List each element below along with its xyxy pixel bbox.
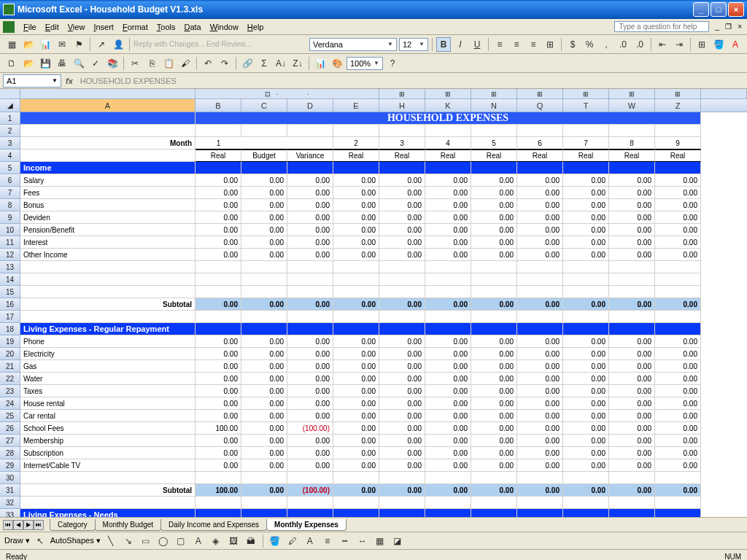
- row-header[interactable]: 22: [0, 373, 20, 385]
- cell[interactable]: [517, 286, 563, 298]
- cell[interactable]: Deviden: [20, 211, 196, 224]
- cell[interactable]: [425, 273, 471, 286]
- font-color-icon[interactable]: A: [728, 37, 743, 52]
- doc-close[interactable]: ×: [735, 23, 744, 31]
- cell[interactable]: Taxes: [20, 385, 196, 397]
- outline-collapse[interactable]: ⊞: [563, 89, 609, 98]
- cell[interactable]: 0.00: [287, 335, 333, 348]
- cell[interactable]: 2: [333, 137, 379, 149]
- cell[interactable]: 0.00: [517, 174, 563, 187]
- row-header[interactable]: 13: [0, 261, 20, 273]
- cell[interactable]: [379, 125, 425, 137]
- increase-indent-icon[interactable]: ⇥: [672, 37, 686, 52]
- cell[interactable]: 0.00: [241, 187, 287, 199]
- cell[interactable]: 6: [517, 137, 563, 149]
- row-header[interactable]: 9: [0, 211, 20, 224]
- cell[interactable]: 0.00: [517, 236, 563, 249]
- cell[interactable]: Fees: [20, 187, 196, 199]
- col-header-C[interactable]: C: [241, 99, 287, 112]
- cell[interactable]: 0.00: [425, 298, 471, 311]
- cell[interactable]: 0.00: [241, 360, 287, 373]
- cell[interactable]: [517, 273, 563, 286]
- cell[interactable]: [241, 286, 287, 298]
- cell[interactable]: 0.00: [379, 410, 425, 422]
- cell[interactable]: [333, 125, 379, 137]
- menu-insert[interactable]: Insert: [89, 21, 118, 33]
- select-objects-icon[interactable]: ↖: [33, 534, 47, 548]
- cell[interactable]: 0.00: [241, 298, 287, 311]
- cell[interactable]: 0.00: [333, 199, 379, 211]
- chart-icon[interactable]: 📊: [38, 37, 53, 52]
- col-header-E[interactable]: E: [333, 99, 379, 112]
- clipart-icon[interactable]: 🖼: [226, 534, 241, 548]
- cell[interactable]: Subscription: [20, 447, 196, 459]
- help-icon[interactable]: ?: [385, 56, 400, 71]
- cell[interactable]: 1: [196, 137, 241, 149]
- cell[interactable]: 0.00: [287, 397, 333, 410]
- cell[interactable]: [471, 286, 517, 298]
- dash-style-icon[interactable]: ┅: [338, 534, 352, 548]
- cell[interactable]: [333, 273, 379, 286]
- cell[interactable]: Real: [517, 149, 563, 162]
- cell[interactable]: 0.00: [655, 249, 701, 261]
- cell[interactable]: 0.00: [563, 447, 609, 459]
- row-header[interactable]: 19: [0, 335, 20, 348]
- row-header[interactable]: 11: [0, 236, 20, 249]
- outline-collapse[interactable]: ⊞: [517, 89, 563, 98]
- cell[interactable]: Real: [379, 149, 425, 162]
- cell[interactable]: 0.00: [379, 298, 425, 311]
- cell[interactable]: 0.00: [425, 484, 471, 497]
- cell[interactable]: 0.00: [333, 211, 379, 224]
- cell[interactable]: 0.00: [287, 459, 333, 472]
- cell[interactable]: 0.00: [471, 335, 517, 348]
- minimize-button[interactable]: _: [693, 2, 709, 17]
- cell[interactable]: Variance: [287, 149, 333, 162]
- cell[interactable]: Budget: [241, 149, 287, 162]
- cell[interactable]: Real: [196, 149, 241, 162]
- cell[interactable]: [563, 286, 609, 298]
- cell[interactable]: 0.00: [196, 298, 241, 311]
- size-combo[interactable]: 12▼: [399, 38, 428, 51]
- cell[interactable]: 0.00: [379, 199, 425, 211]
- cell[interactable]: 0.00: [471, 348, 517, 360]
- cell[interactable]: 0.00: [563, 459, 609, 472]
- doc-minimize[interactable]: _: [713, 23, 722, 31]
- row-header[interactable]: 18: [0, 323, 20, 335]
- cell[interactable]: [471, 497, 517, 509]
- cut-icon[interactable]: ✂: [128, 56, 142, 71]
- save-icon[interactable]: 💾: [38, 56, 53, 71]
- cell[interactable]: Phone: [20, 335, 196, 348]
- cell[interactable]: [609, 509, 655, 517]
- merge-icon[interactable]: ⊞: [543, 37, 557, 52]
- cell[interactable]: Real: [471, 149, 517, 162]
- cell[interactable]: 0.00: [333, 236, 379, 249]
- cell[interactable]: [287, 311, 333, 323]
- cell[interactable]: 0.00: [196, 236, 241, 249]
- cell[interactable]: 0.00: [425, 360, 471, 373]
- cell[interactable]: 0.00: [471, 385, 517, 397]
- row-header[interactable]: 21: [0, 360, 20, 373]
- cell[interactable]: [20, 112, 196, 125]
- cell[interactable]: 0.00: [517, 298, 563, 311]
- row-header[interactable]: 2: [0, 125, 20, 137]
- cell[interactable]: 0.00: [379, 187, 425, 199]
- cell[interactable]: [333, 497, 379, 509]
- cell[interactable]: [287, 125, 333, 137]
- cell[interactable]: 0.00: [333, 187, 379, 199]
- cell[interactable]: [333, 261, 379, 273]
- paste-icon[interactable]: 📋: [161, 56, 176, 71]
- align-right-icon[interactable]: ≡: [526, 37, 541, 52]
- sheet-tab[interactable]: Category: [50, 519, 96, 531]
- menu-format[interactable]: Format: [118, 21, 152, 33]
- outline-collapse[interactable]: ⊞: [471, 89, 517, 98]
- cell[interactable]: 0.00: [379, 360, 425, 373]
- cell[interactable]: 0.00: [609, 435, 655, 447]
- fill-color-icon[interactable]: 🪣: [711, 37, 726, 52]
- cell[interactable]: 0.00: [517, 360, 563, 373]
- cell[interactable]: 0.00: [287, 211, 333, 224]
- cell[interactable]: 0.00: [379, 435, 425, 447]
- cell[interactable]: 0.00: [655, 397, 701, 410]
- cell[interactable]: 0.00: [517, 385, 563, 397]
- col-header-K[interactable]: K: [425, 99, 471, 112]
- cell[interactable]: [425, 472, 471, 484]
